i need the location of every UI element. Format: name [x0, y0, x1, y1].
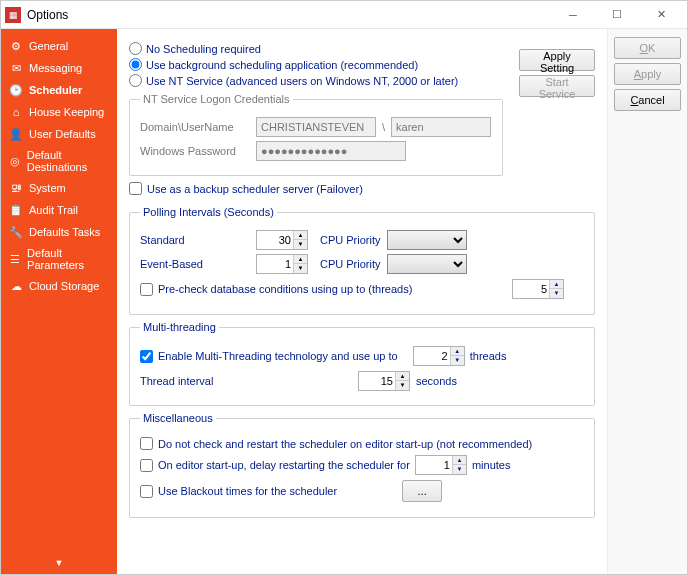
spin-down-icon[interactable]: ▼	[294, 240, 307, 249]
failover-label: Use as a backup scheduler server (Failov…	[147, 183, 363, 195]
start-service-button[interactable]: Start Service	[519, 75, 595, 97]
maximize-button[interactable]: ☐	[595, 1, 639, 29]
sidebar-item-defparams[interactable]: ☰Default Parameters	[1, 243, 117, 275]
interval-unit: seconds	[416, 375, 457, 387]
spin-up-icon[interactable]: ▲	[294, 255, 307, 264]
spin-down-icon[interactable]: ▼	[451, 356, 464, 365]
spin-down-icon[interactable]: ▼	[550, 289, 563, 298]
delay-unit: minutes	[472, 459, 511, 471]
cloud-icon: ☁	[9, 279, 23, 293]
user-icon: 👤	[9, 127, 23, 141]
radio-no-scheduling[interactable]	[129, 42, 142, 55]
wrench-icon: 🔧	[9, 225, 23, 239]
cpu-label: CPU Priority	[320, 234, 381, 246]
standard-input[interactable]	[257, 231, 293, 249]
sidebar-label: Cloud Storage	[29, 280, 99, 292]
sidebar-label: Defaults Tasks	[29, 226, 100, 238]
sidebar-item-deftasks[interactable]: 🔧Defaults Tasks	[1, 221, 117, 243]
radio-background[interactable]	[129, 58, 142, 71]
failover-check[interactable]	[129, 182, 142, 195]
spin-up-icon[interactable]: ▲	[294, 231, 307, 240]
radio-ntservice[interactable]	[129, 74, 142, 87]
multithread-legend: Multi-threading	[140, 321, 219, 333]
audit-icon: 📋	[9, 203, 23, 217]
cpu-priority-select[interactable]	[387, 230, 467, 250]
sidebar-label: User Defaults	[29, 128, 96, 140]
spin-up-icon[interactable]: ▲	[396, 372, 409, 381]
event-spinner[interactable]: ▲▼	[256, 254, 308, 274]
precheck-spinner[interactable]: ▲▼	[512, 279, 564, 299]
spin-down-icon[interactable]: ▼	[453, 465, 466, 474]
spin-down-icon[interactable]: ▼	[294, 264, 307, 273]
precheck-check[interactable]	[140, 283, 153, 296]
password-label: Windows Password	[140, 145, 250, 157]
target-icon: ◎	[9, 154, 21, 168]
delay-spinner[interactable]: ▲▼	[415, 455, 467, 475]
interval-spinner[interactable]: ▲▼	[358, 371, 410, 391]
spin-down-icon[interactable]: ▼	[396, 381, 409, 390]
blackout-check[interactable]	[140, 485, 153, 498]
radio-label: No Scheduling required	[146, 43, 261, 55]
sidebar-item-cloud[interactable]: ☁Cloud Storage	[1, 275, 117, 297]
enable-mt-check[interactable]	[140, 350, 153, 363]
interval-label: Thread interval	[140, 375, 352, 387]
params-icon: ☰	[9, 252, 21, 266]
domain-input[interactable]	[256, 117, 376, 137]
sidebar: ⚙General ✉Messaging 🕑Scheduler ⌂House Ke…	[1, 29, 117, 574]
sidebar-item-defaultdest[interactable]: ◎Default Destinations	[1, 145, 117, 177]
minimize-button[interactable]: ─	[551, 1, 595, 29]
spin-up-icon[interactable]: ▲	[550, 280, 563, 289]
delay-check[interactable]	[140, 459, 153, 472]
cpu-priority-select2[interactable]	[387, 254, 467, 274]
sidebar-label: System	[29, 182, 66, 194]
event-input[interactable]	[257, 255, 293, 273]
user-input[interactable]	[391, 117, 491, 137]
nocheck-check[interactable]	[140, 437, 153, 450]
polling-legend: Polling Intervals (Seconds)	[140, 206, 277, 218]
sidebar-item-scheduler[interactable]: 🕑Scheduler	[1, 79, 117, 101]
sidebar-item-userdefaults[interactable]: 👤User Defaults	[1, 123, 117, 145]
precheck-input[interactable]	[513, 280, 549, 298]
enable-mt-label: Enable Multi-Threading technology and us…	[158, 350, 398, 362]
blackout-button[interactable]: ...	[402, 480, 442, 502]
slash: \	[382, 121, 385, 133]
sidebar-item-audit[interactable]: 📋Audit Trail	[1, 199, 117, 221]
cancel-button[interactable]: Cancel	[614, 89, 681, 111]
sidebar-label: Messaging	[29, 62, 82, 74]
standard-spinner[interactable]: ▲▼	[256, 230, 308, 250]
sidebar-label: Scheduler	[29, 84, 82, 96]
precheck-label: Pre-check database conditions using up t…	[158, 283, 412, 295]
standard-label: Standard	[140, 234, 210, 246]
sidebar-item-housekeeping[interactable]: ⌂House Keeping	[1, 101, 117, 123]
event-label: Event-Based	[140, 258, 210, 270]
mail-icon: ✉	[9, 61, 23, 75]
spin-up-icon[interactable]: ▲	[451, 347, 464, 356]
cpu-label2: CPU Priority	[320, 258, 381, 270]
gear-icon: ⚙	[9, 39, 23, 53]
sidebar-item-system[interactable]: 🖳System	[1, 177, 117, 199]
ok-button[interactable]: OK	[614, 37, 681, 59]
sidebar-item-general[interactable]: ⚙General	[1, 35, 117, 57]
delay-label: On editor start-up, delay restarting the…	[158, 459, 410, 471]
misc-group: Miscellaneous Do not check and restart t…	[129, 412, 595, 518]
window-title: Options	[27, 8, 551, 22]
threads-spinner[interactable]: ▲▼	[413, 346, 465, 366]
apply-button[interactable]: Apply	[614, 63, 681, 85]
apply-setting-button[interactable]: Apply Setting	[519, 49, 595, 71]
threads-input[interactable]	[414, 347, 450, 365]
system-icon: 🖳	[9, 181, 23, 195]
password-input[interactable]	[256, 141, 406, 161]
ok-text: K	[648, 42, 655, 54]
delay-input[interactable]	[416, 456, 452, 474]
multithread-group: Multi-threading Enable Multi-Threading t…	[129, 321, 595, 406]
interval-input[interactable]	[359, 372, 395, 390]
clock-icon: 🕑	[9, 83, 23, 97]
sidebar-collapse[interactable]: ▼	[1, 552, 117, 574]
misc-legend: Miscellaneous	[140, 412, 216, 424]
spin-up-icon[interactable]: ▲	[453, 456, 466, 465]
sidebar-item-messaging[interactable]: ✉Messaging	[1, 57, 117, 79]
close-button[interactable]: ✕	[639, 1, 683, 29]
broom-icon: ⌂	[9, 105, 23, 119]
sidebar-label: House Keeping	[29, 106, 104, 118]
titlebar: ▦ Options ─ ☐ ✕	[1, 1, 687, 29]
